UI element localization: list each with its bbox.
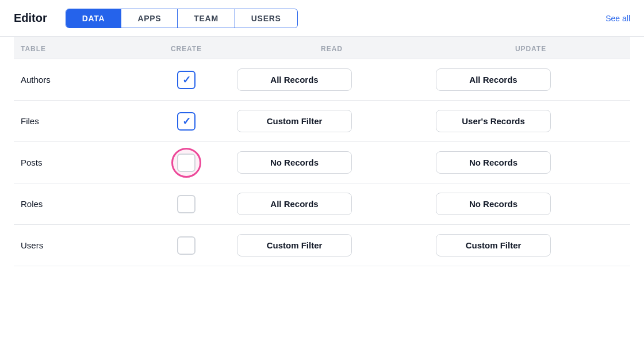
table-row: Roles All Records No Records [14, 183, 630, 225]
create-checkbox-users[interactable] [177, 236, 195, 255]
col-header-table: TABLE [14, 45, 140, 53]
create-cell-roles [140, 195, 232, 213]
create-cell-posts [140, 154, 232, 172]
tab-apps[interactable]: APPS [121, 9, 178, 28]
app-container: Editor DATA APPS TEAM USERS See all TABL… [0, 0, 644, 266]
create-checkbox-roles[interactable] [177, 195, 195, 213]
create-cell-users [140, 236, 232, 255]
read-cell-posts: No Records [232, 151, 431, 174]
tab-team[interactable]: TEAM [178, 9, 235, 28]
header: Editor DATA APPS TEAM USERS See all [0, 0, 644, 37]
update-cell-roles: No Records [431, 193, 630, 215]
row-name-authors: Authors [14, 75, 140, 85]
update-btn-authors[interactable]: All Records [436, 68, 551, 91]
update-btn-roles[interactable]: No Records [436, 193, 551, 215]
col-header-create: CREATE [140, 45, 232, 53]
read-cell-users: Custom Filter [232, 234, 431, 256]
update-cell-files: User's Records [431, 110, 630, 132]
update-btn-users[interactable]: Custom Filter [436, 234, 551, 256]
tab-data[interactable]: DATA [66, 9, 122, 28]
create-cell-files [140, 112, 232, 131]
tab-users[interactable]: USERS [235, 9, 297, 28]
read-btn-users[interactable]: Custom Filter [237, 234, 352, 256]
create-checkbox-posts[interactable] [177, 154, 195, 172]
read-cell-roles: All Records [232, 193, 431, 215]
read-btn-files[interactable]: Custom Filter [237, 110, 352, 132]
page-title: Editor [14, 12, 47, 25]
col-header-update: UPDATE [431, 45, 630, 53]
col-header-read: READ [232, 45, 431, 53]
row-name-posts: Posts [14, 158, 140, 167]
row-name-files: Files [14, 116, 140, 126]
row-name-roles: Roles [14, 199, 140, 209]
table-row: Authors All Records All Records [14, 59, 630, 101]
create-checkbox-files[interactable] [177, 112, 195, 131]
permissions-table: TABLE CREATE READ UPDATE Authors All Rec… [0, 37, 644, 266]
create-highlight-posts [177, 154, 195, 172]
table-row: Users Custom Filter Custom Filter [14, 225, 630, 266]
read-cell-authors: All Records [232, 68, 431, 91]
read-btn-roles[interactable]: All Records [237, 193, 352, 215]
read-cell-files: Custom Filter [232, 110, 431, 132]
table-row: Posts No Records No Records [14, 142, 630, 183]
table-header-row: TABLE CREATE READ UPDATE [14, 37, 630, 59]
create-checkbox-authors[interactable] [177, 71, 195, 89]
create-cell-authors [140, 71, 232, 89]
update-cell-users: Custom Filter [431, 234, 630, 256]
update-cell-posts: No Records [431, 151, 630, 174]
row-name-users: Users [14, 240, 140, 250]
read-btn-posts[interactable]: No Records [237, 151, 352, 174]
tab-group: DATA APPS TEAM USERS [66, 9, 298, 28]
see-all-link[interactable]: See all [605, 14, 630, 23]
read-btn-authors[interactable]: All Records [237, 68, 352, 91]
update-btn-posts[interactable]: No Records [436, 151, 551, 174]
update-btn-files[interactable]: User's Records [436, 110, 551, 132]
table-row: Files Custom Filter User's Records [14, 101, 630, 142]
update-cell-authors: All Records [431, 68, 630, 91]
